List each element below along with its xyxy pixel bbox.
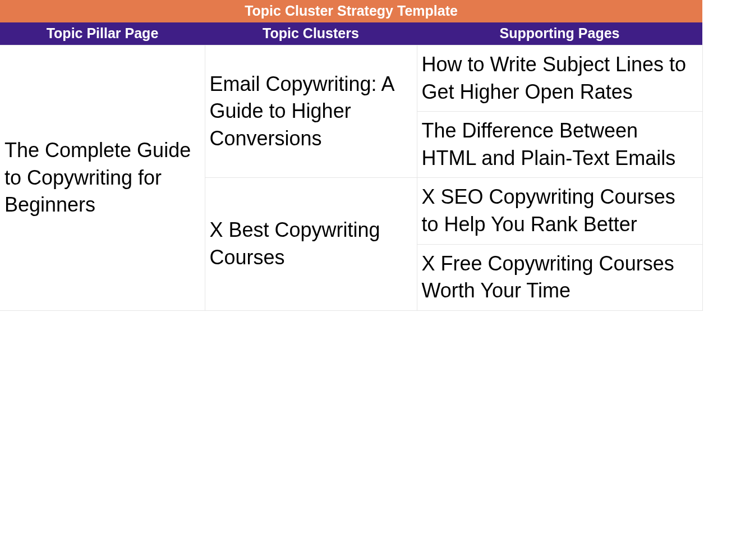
- header-pillar: Topic Pillar Page: [0, 22, 205, 45]
- supporting-cell: X Free Copywriting Courses Worth Your Ti…: [417, 244, 702, 310]
- header-clusters: Topic Clusters: [205, 22, 417, 45]
- supporting-cell: How to Write Subject Lines to Get Higher…: [417, 45, 702, 112]
- table-header-row: Topic Pillar Page Topic Clusters Support…: [0, 22, 702, 45]
- table-row: The Complete Guide to Copywriting for Be…: [0, 45, 702, 112]
- header-supporting: Supporting Pages: [417, 22, 702, 45]
- table-title-row: Topic Cluster Strategy Template: [0, 0, 702, 22]
- supporting-cell: The Difference Between HTML and Plain-Te…: [417, 112, 702, 178]
- cluster-cell: Email Copywriting: A Guide to Higher Con…: [205, 45, 417, 178]
- table-title: Topic Cluster Strategy Template: [0, 0, 702, 22]
- cluster-cell: X Best Copywriting Courses: [205, 178, 417, 310]
- supporting-cell: X SEO Copywriting Courses to Help You Ra…: [417, 178, 702, 244]
- pillar-cell: The Complete Guide to Copywriting for Be…: [0, 45, 205, 311]
- topic-cluster-table: Topic Cluster Strategy Template Topic Pi…: [0, 0, 703, 311]
